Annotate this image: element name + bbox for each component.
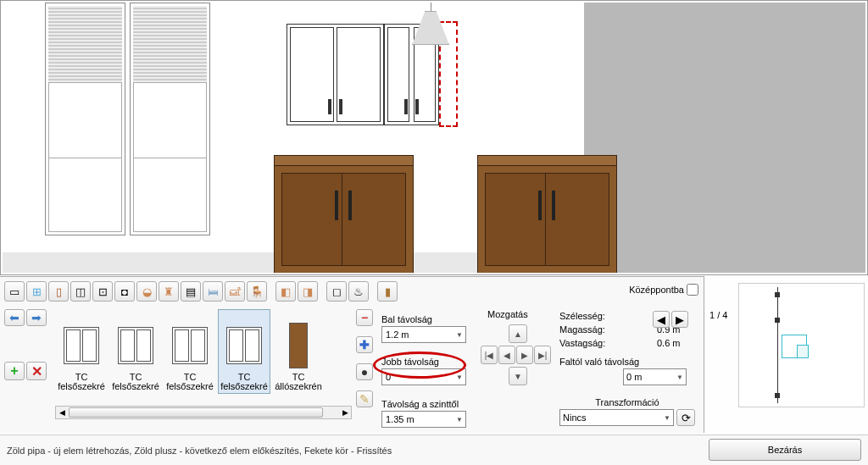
base-cabinet-2 [477, 155, 617, 273]
cat-switch-icon[interactable]: ⊡ [92, 281, 113, 302]
gallery-item-sub: felsőszekré [112, 381, 159, 391]
move-left-button[interactable]: ◀ [498, 346, 515, 364]
center-option: Középpontba [629, 284, 698, 296]
width-label: Szélesség: [559, 309, 605, 323]
gallery: TCfelsőszekré TCfelsőszekré TCfelsőszekr… [55, 309, 352, 402]
cat-floorlamp-icon[interactable]: ♜ [159, 281, 179, 302]
cat-sofa-icon[interactable]: 🛋 [225, 281, 245, 302]
viewport-3d[interactable] [0, 0, 868, 275]
base-cabinet-1 [274, 155, 414, 273]
add-action-button[interactable]: ✚ [356, 336, 373, 353]
level-dist-label: Távolság a szinttől [381, 399, 487, 409]
move-down-button[interactable]: ▼ [509, 367, 527, 385]
page-next-button[interactable]: ▶ [671, 311, 688, 328]
gallery-item-3[interactable]: TCfelsőszekré [218, 309, 270, 394]
gallery-nav: ⬅ ➡ [4, 309, 47, 326]
gallery-next-button[interactable]: ➡ [26, 309, 47, 326]
status-text: Zöld pipa - új elem létrehozás, Zöld plu… [7, 446, 392, 456]
preview-canvas[interactable] [738, 283, 865, 407]
move-far-left-button[interactable]: |◀ [481, 346, 498, 364]
add-button[interactable]: + [4, 362, 25, 380]
center-checkbox[interactable] [687, 284, 698, 296]
gallery-item-sub: felsőszekré [220, 381, 268, 391]
remove-action-button[interactable]: − [356, 309, 373, 326]
center-label: Középpontba [629, 285, 684, 295]
cat-radiator-icon[interactable]: ▤ [181, 281, 201, 302]
window-1 [45, 3, 125, 235]
cat-kitchen1-icon[interactable]: ◧ [275, 281, 296, 302]
gallery-prev-button[interactable]: ⬅ [4, 309, 25, 326]
close-button[interactable]: Bezárás [709, 439, 861, 461]
gallery-item-1[interactable]: TCfelsőszekré [109, 309, 162, 394]
scroll-thumb[interactable] [69, 407, 323, 418]
cat-door-icon[interactable]: ▯ [48, 281, 69, 302]
scroll-right-icon[interactable]: ▶ [339, 407, 351, 418]
move-controls: Mozgatás ▲ |◀ ◀ ▶ ▶| ▼ [487, 309, 551, 385]
left-dist-combo[interactable]: 1.2 m▼ [381, 326, 466, 343]
cat-kitchen2-icon[interactable]: ◨ [298, 281, 318, 302]
move-up-button[interactable]: ▲ [509, 324, 527, 343]
cat-double-icon[interactable]: ◫ [70, 281, 91, 302]
gallery-scrollbar[interactable]: ◀ ▶ [55, 406, 352, 419]
cat-appliance-icon[interactable]: ◻ [326, 281, 347, 302]
cat-lamp-icon[interactable]: ◒ [136, 281, 157, 302]
action-column: − ✚ ● ✎ [356, 309, 375, 407]
add-delete-group: + ✕ [4, 362, 47, 380]
gallery-item-4[interactable]: TCállószekrén [272, 309, 325, 394]
move-far-right-button[interactable]: ▶| [534, 346, 551, 364]
wall-right [584, 3, 865, 273]
height-label: Magasság: [559, 323, 605, 336]
edit-action-button[interactable]: ✎ [356, 390, 373, 407]
wall-dist-label: Faltól való távolság [559, 357, 695, 367]
gallery-item-2[interactable]: TCfelsőszekré [164, 309, 216, 394]
wall-cabinet-1 [287, 24, 384, 125]
cat-chair-icon[interactable]: 🪑 [247, 281, 267, 302]
refresh-action-button[interactable]: ● [356, 363, 373, 380]
scroll-left-icon[interactable]: ◀ [56, 407, 68, 418]
transform-combo[interactable]: Nincs▼ [559, 409, 674, 426]
preview-panel: 1 / 4 [704, 276, 868, 433]
gallery-item-sub: felsőszekré [166, 381, 214, 391]
status-bar: Zöld pipa - új elem létrehozás, Zöld plu… [0, 435, 868, 465]
gallery-item-sub: felsőszekré [58, 381, 105, 391]
move-label: Mozgatás [487, 309, 551, 319]
gallery-item-0[interactable]: TCfelsőszekré [55, 309, 108, 394]
right-dist-label: Jobb távolság [381, 357, 487, 367]
right-dist-combo[interactable]: 0▼ [381, 368, 466, 385]
pendant-lamp [409, 3, 452, 49]
wall-dist-combo[interactable]: 0 m▼ [623, 368, 687, 385]
transform-label: Transzformáció [559, 397, 695, 407]
left-dist-label: Bal távolság [381, 314, 487, 324]
level-dist-combo[interactable]: 1.35 m▼ [381, 411, 466, 428]
category-toolbar: ▭ ⊞ ▯ ◫ ⊡ ◘ ◒ ♜ ▤ 🛏 🛋 🪑 ◧ ◨ ◻ ♨ ▮ [4, 281, 398, 303]
preview-page-indicator: 1 / 4 [709, 310, 727, 320]
cat-generic-icon[interactable]: ▭ [4, 281, 25, 302]
scene [3, 3, 865, 273]
cat-window-icon[interactable]: ⊞ [26, 281, 47, 302]
window-2 [130, 3, 210, 235]
move-right-button[interactable]: ▶ [516, 346, 533, 364]
thick-label: Vastagság: [559, 336, 605, 350]
cat-sink-icon[interactable]: ♨ [348, 281, 369, 302]
distance-props: Bal távolság 1.2 m▼ Jobb távolság 0▼ Táv… [381, 309, 487, 428]
page-prev-button[interactable]: ◀ [653, 311, 670, 328]
gallery-item-sub: állószekrén [275, 381, 322, 391]
delete-button[interactable]: ✕ [26, 362, 47, 380]
cat-wardrobe-icon[interactable]: ▮ [377, 281, 398, 302]
thick-value: 0.6 m [657, 336, 695, 350]
transform-refresh-button[interactable]: ⟳ [676, 409, 695, 426]
cat-socket-icon[interactable]: ◘ [114, 281, 135, 302]
cat-bed-icon[interactable]: 🛏 [203, 281, 223, 302]
